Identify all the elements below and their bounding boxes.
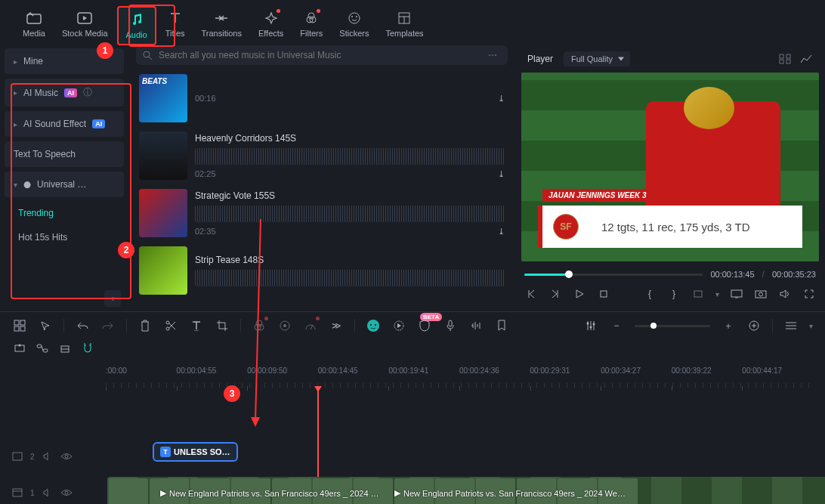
circles-icon [304, 11, 319, 26]
zoom-out-button[interactable]: − [609, 318, 624, 333]
sidebar-item-universal[interactable]: ▾⬤Universal … [5, 172, 124, 197]
mixer-icon[interactable] [583, 318, 598, 333]
delete-button[interactable] [138, 318, 153, 333]
svg-point-13 [144, 51, 150, 57]
svg-rect-20 [694, 291, 702, 297]
sidebar-item-hot15[interactable]: Hot 15s Hits [5, 226, 124, 249]
visibility-icon[interactable] [60, 489, 73, 496]
prev-frame-button[interactable] [524, 287, 538, 301]
mark-out-button[interactable]: } [667, 287, 681, 301]
visibility-icon[interactable] [60, 453, 73, 460]
tab-effects[interactable]: Effects [251, 6, 291, 45]
marker-icon[interactable] [494, 318, 509, 333]
more-tools-button[interactable]: ≫ [329, 318, 344, 333]
music-item[interactable]: Heavenly Corridors 145S 02:25⤓ [136, 127, 508, 184]
sidebar-item-trending[interactable]: Trending [5, 202, 124, 224]
grid-view-icon[interactable] [778, 52, 792, 66]
music-item[interactable]: Strategic Vote 155S 02:35⤓ [136, 184, 508, 242]
grid-tool-icon[interactable] [12, 318, 27, 333]
clip-icon: ▶ [160, 488, 166, 498]
add-track-button[interactable] [12, 341, 27, 356]
svg-point-6 [308, 13, 314, 19]
music-duration: 00:16 [195, 94, 216, 103]
svg-point-7 [349, 13, 360, 23]
sidebar-item-label: AI Sound Effect [23, 119, 86, 129]
tab-label: Media [23, 29, 45, 38]
display-icon[interactable] [730, 287, 743, 301]
track-body[interactable]: T UNLESS SO… [106, 441, 813, 472]
ai-face-icon[interactable] [366, 318, 381, 333]
zoom-in-button[interactable]: ＋ [721, 318, 736, 333]
list-view-icon[interactable] [783, 318, 799, 333]
timeline-ruler[interactable]: :00:00 00:00:04:55 00:00:09:50 00:00:14:… [0, 363, 825, 388]
mark-in-button[interactable]: { [643, 287, 657, 301]
svg-rect-15 [780, 54, 783, 58]
crop-tool-icon[interactable] [215, 318, 230, 333]
audio-wave-icon[interactable] [468, 318, 484, 333]
mute-icon[interactable] [42, 452, 53, 461]
lock-tracks-icon[interactable] [57, 341, 73, 356]
sidebar-item-text-to-speech[interactable]: Text To Speech [5, 141, 124, 167]
chart-icon[interactable] [799, 52, 813, 66]
select-tool-icon[interactable] [38, 318, 53, 333]
chevron-down-icon[interactable]: ▾ [715, 290, 719, 298]
magnet-icon[interactable] [80, 341, 95, 356]
download-icon[interactable]: ⤓ [498, 169, 505, 179]
tab-stickers[interactable]: Stickers [332, 6, 376, 45]
music-item[interactable]: Strip Tease 148S [136, 242, 508, 299]
stop-button[interactable] [597, 287, 610, 301]
scrub-track[interactable] [524, 274, 703, 276]
tab-templates[interactable]: Templates [378, 6, 431, 45]
text-clip[interactable]: T UNLESS SO… [153, 442, 238, 462]
tab-media[interactable]: Media [15, 6, 53, 45]
download-icon[interactable]: ⤓ [498, 227, 505, 237]
mute-icon[interactable] [42, 488, 53, 497]
gear-play-icon[interactable] [391, 318, 406, 333]
svg-point-64 [65, 455, 68, 458]
text-tool-icon[interactable] [189, 318, 204, 333]
tab-audio[interactable]: Audio [117, 6, 156, 45]
tab-transitions[interactable]: Transitions [194, 6, 249, 45]
chevron-right-icon: ▸ [14, 120, 17, 128]
tab-filters[interactable]: Filters [292, 6, 330, 45]
collapse-sidebar-button[interactable]: ‹ [104, 290, 121, 307]
chevron-down-icon[interactable]: ▾ [809, 322, 813, 330]
split-button[interactable] [163, 318, 178, 333]
track-type-icon[interactable] [12, 488, 23, 497]
zoom-thumb[interactable] [650, 323, 657, 329]
help-icon[interactable]: ⓘ [83, 86, 92, 99]
play-button[interactable] [573, 287, 586, 301]
redo-button[interactable] [100, 318, 116, 333]
tab-label: Audio [126, 30, 147, 39]
music-item[interactable]: BEATS 00:16⤓ [136, 70, 508, 127]
track-type-icon[interactable] [12, 452, 23, 461]
more-options-button[interactable]: ⋯ [484, 50, 502, 60]
sidebar-item-ai-sound-effect[interactable]: ▸AI Sound EffectAI [5, 111, 124, 137]
tab-titles[interactable]: Titles [158, 6, 193, 45]
shield-icon[interactable] [417, 318, 432, 333]
video-clip[interactable]: ▶ New England Patriots vs. San Francisco… [107, 477, 825, 504]
ai-badge: AI [64, 88, 77, 97]
speed-tool-icon[interactable] [303, 318, 318, 333]
snapshot-icon[interactable] [754, 287, 768, 301]
mic-icon[interactable] [443, 318, 458, 333]
zoom-fit-button[interactable] [746, 318, 762, 333]
track-body[interactable]: ▶ New England Patriots vs. San Francisco… [106, 477, 813, 504]
next-frame-button[interactable] [548, 287, 562, 301]
undo-button[interactable] [75, 318, 90, 333]
quality-select[interactable]: Full Quality [564, 51, 630, 66]
scrub-thumb[interactable] [565, 271, 573, 278]
zoom-slider[interactable] [635, 325, 710, 327]
fullscreen-icon[interactable] [802, 287, 816, 301]
color-tool-icon[interactable] [277, 318, 292, 333]
svg-rect-2 [27, 14, 41, 23]
svg-point-38 [367, 320, 379, 332]
download-icon[interactable]: ⤓ [498, 94, 505, 104]
link-tracks-icon[interactable] [35, 341, 50, 356]
ratio-icon[interactable] [691, 287, 705, 301]
sidebar-item-ai-music[interactable]: ▸AI MusicAIⓘ [5, 79, 124, 107]
tab-stock-media[interactable]: Stock Media [54, 6, 116, 45]
search-input[interactable] [159, 50, 477, 60]
player-preview[interactable]: JAUAN JENNINGS WEEK 3 SF 12 tgts, 11 rec… [521, 73, 819, 261]
volume-icon[interactable] [778, 287, 792, 301]
